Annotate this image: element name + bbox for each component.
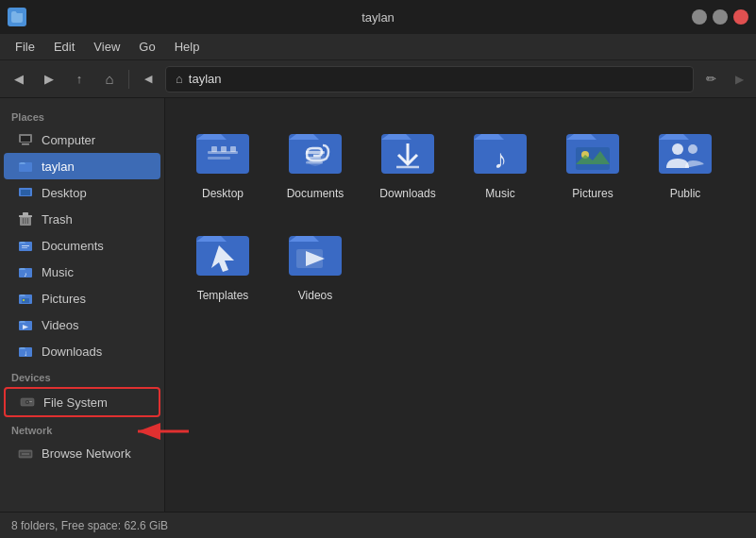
svg-rect-14: [22, 247, 27, 248]
status-text: 8 folders, Free space: 62.6 GiB: [11, 519, 168, 532]
statusbar: 8 folders, Free space: 62.6 GiB: [0, 512, 756, 538]
videos-icon: [17, 316, 34, 333]
svg-rect-13: [22, 245, 29, 246]
svg-rect-28: [29, 401, 32, 402]
app-icon: [8, 8, 26, 26]
harddisk-icon: [19, 394, 36, 411]
sidebar-item-desktop-label: Desktop: [42, 186, 87, 200]
svg-point-27: [26, 401, 28, 403]
desktop-icon: [17, 184, 34, 201]
window-title: taylan: [361, 10, 395, 25]
svg-point-56: [688, 144, 697, 154]
titlebar-left: [8, 8, 26, 26]
sidebar-item-trash-label: Trash: [42, 212, 73, 227]
svg-point-55: [672, 143, 683, 155]
svg-rect-2: [22, 143, 29, 145]
menu-file[interactable]: File: [8, 38, 42, 56]
folder-desktop-icon: [193, 121, 253, 181]
taylan-icon: [17, 158, 34, 175]
svg-rect-39: [221, 146, 227, 152]
breadcrumb-forward-button[interactable]: ▶: [728, 66, 750, 92]
sidebar-item-downloads-label: Downloads: [42, 345, 102, 359]
computer-icon: [17, 131, 34, 148]
minimize-button[interactable]: [692, 9, 707, 25]
breadcrumb-home-icon: ⌂: [176, 72, 183, 86]
folder-music-icon: ♪: [470, 121, 530, 181]
sidebar-item-desktop[interactable]: Desktop: [4, 179, 160, 206]
folder-downloads-icon: [378, 121, 438, 181]
svg-rect-40: [230, 146, 236, 152]
trash-icon: [17, 210, 34, 227]
svg-text:♪: ♪: [494, 144, 507, 174]
titlebar-controls: [692, 9, 748, 25]
menu-go[interactable]: Go: [131, 38, 162, 56]
sidebar-item-filesystem[interactable]: File System: [4, 387, 160, 417]
forward-button[interactable]: ▶: [36, 66, 62, 92]
file-item-videos[interactable]: Videos: [273, 215, 358, 310]
sidebar-item-browse-network-label: Browse Network: [42, 446, 131, 461]
sidebar-item-downloads[interactable]: ↓ Downloads: [4, 338, 160, 364]
downloads-icon: ↓: [17, 343, 34, 360]
sidebar-section-places: Places: [0, 104, 164, 126]
file-item-public[interactable]: Public: [643, 113, 728, 208]
back-button[interactable]: ◀: [6, 66, 32, 92]
location-edit-button[interactable]: ✏: [697, 66, 724, 92]
svg-rect-38: [211, 146, 217, 152]
file-label-templates: Templates: [197, 289, 249, 302]
svg-rect-1: [21, 136, 30, 142]
close-button[interactable]: [733, 9, 748, 25]
maximize-button[interactable]: [713, 9, 728, 25]
up-button[interactable]: ↑: [66, 66, 92, 92]
sidebar-item-videos-label: Videos: [42, 318, 79, 332]
sidebar-section-network: Network: [0, 417, 164, 440]
sidebar-item-music[interactable]: ♪ Music: [4, 259, 160, 285]
pictures-icon: [17, 290, 34, 307]
sidebar-section-devices: Devices: [0, 364, 164, 387]
svg-rect-5: [21, 190, 30, 195]
sidebar-item-trash[interactable]: Trash: [4, 206, 160, 232]
file-area: Desktop Documents: [165, 98, 756, 512]
sidebar-item-documents[interactable]: Documents: [4, 232, 160, 259]
file-item-downloads[interactable]: Downloads: [365, 113, 450, 208]
sidebar-item-taylan-label: taylan: [42, 160, 75, 174]
file-label-downloads: Downloads: [379, 187, 435, 200]
breadcrumb-toggle[interactable]: ◀: [135, 66, 161, 92]
menubar: File Edit View Go Help: [0, 34, 756, 60]
folder-pictures-icon: [563, 121, 623, 181]
file-label-videos: Videos: [298, 289, 332, 302]
documents-icon: [17, 237, 34, 254]
menu-edit[interactable]: Edit: [46, 38, 82, 56]
sidebar-item-computer[interactable]: Computer: [4, 126, 160, 153]
folder-videos-icon: [285, 223, 345, 283]
menu-view[interactable]: View: [86, 38, 127, 56]
network-icon: [17, 445, 34, 462]
svg-text:♪: ♪: [24, 271, 27, 277]
folder-templates-icon: [193, 223, 253, 283]
titlebar: taylan: [0, 0, 756, 34]
breadcrumb-bar: ⌂ taylan: [165, 66, 694, 92]
sidebar-item-taylan[interactable]: taylan: [4, 153, 160, 179]
sidebar-item-filesystem-label: File System: [43, 395, 108, 410]
sidebar-item-documents-label: Documents: [42, 239, 104, 253]
file-item-desktop[interactable]: Desktop: [180, 113, 265, 208]
main-content: Places Computer taylan: [0, 98, 756, 512]
sidebar-item-pictures[interactable]: Pictures: [4, 285, 160, 311]
file-item-pictures[interactable]: Pictures: [550, 113, 635, 208]
sidebar-item-computer-label: Computer: [42, 133, 95, 147]
file-label-documents: Documents: [287, 187, 344, 200]
home-button[interactable]: ⌂: [96, 66, 123, 92]
sidebar-item-music-label: Music: [42, 265, 74, 279]
svg-rect-8: [23, 212, 28, 215]
menu-help[interactable]: Help: [167, 38, 208, 56]
sidebar-item-videos[interactable]: Videos: [4, 311, 160, 338]
music-icon: ♪: [17, 263, 34, 280]
file-item-documents[interactable]: Documents: [273, 113, 358, 208]
file-item-music[interactable]: ♪ Music: [458, 113, 543, 208]
svg-text:↓: ↓: [24, 349, 27, 358]
breadcrumb-location: taylan: [189, 72, 222, 86]
file-grid: Desktop Documents: [180, 113, 741, 496]
sidebar-item-browse-network[interactable]: Browse Network: [4, 440, 160, 466]
svg-rect-7: [19, 215, 32, 217]
file-item-templates[interactable]: Templates: [180, 215, 265, 310]
svg-rect-37: [208, 157, 230, 160]
